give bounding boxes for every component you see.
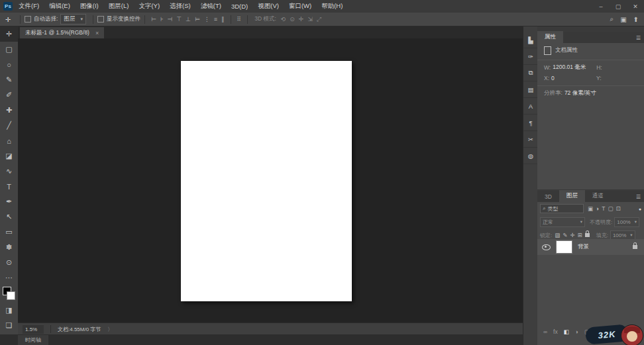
filter-type-layers-icon[interactable]: T [602,205,605,212]
lock-artboard-icon[interactable]: ⊞ [578,232,582,238]
align-right-edges-icon[interactable]: ⊣ [167,16,172,23]
3d-slide-icon[interactable]: ⇲ [307,16,313,23]
close-tab-icon[interactable]: × [95,30,99,36]
zoom-level-field[interactable]: 1.5% [23,325,44,334]
more-tools-button[interactable]: ⋯ [0,270,18,285]
brush-tool[interactable]: ╱ [0,118,18,133]
restore-button[interactable]: ▢ [610,3,627,10]
adjustment-layer-icon[interactable]: ◑ [575,328,578,335]
link-layers-icon[interactable]: ∞ [543,328,547,335]
lock-transparent-pixels-icon[interactable]: ▨ [555,232,560,238]
lock-all-icon[interactable] [585,233,590,237]
canvas[interactable] [181,61,352,301]
3d-drag-icon[interactable]: ✛ [299,16,304,23]
filter-smart-objects-icon[interactable]: ⊡ [616,205,620,212]
show-transform-checkbox[interactable] [97,16,104,23]
path-selection-tool[interactable]: ↖ [0,209,18,224]
healing-brush-tool[interactable]: ✚ [0,103,18,118]
clone-stamp-tool[interactable]: ⌂ [0,133,18,148]
layer-filter-dropdown[interactable]: ⌕ 类型 [540,204,584,213]
tab-properties[interactable]: 属性 [537,31,563,43]
menu-edit[interactable]: 编辑(E) [49,2,70,11]
eyedropper-tool[interactable]: ✐ [0,87,18,103]
filter-adjustment-layers-icon[interactable]: ◑ [596,205,599,212]
align-top-edges-icon[interactable]: ⊤ [176,16,182,23]
distribute-horizontal-icon[interactable]: ⋮ [204,16,210,23]
tab-timeline[interactable]: 时间轴 [18,335,48,345]
clone-source-panel-icon[interactable]: ⧉ [523,65,538,81]
panel-menu-icon[interactable]: ☰ [636,35,644,43]
brush-settings-panel-icon[interactable]: ✑ [523,48,538,65]
document-tab[interactable]: 未标题-1 @ 1.5%(RGB/8) × [20,27,104,38]
menu-type[interactable]: 文字(Y) [138,2,160,11]
zoom-tool[interactable]: ⊙ [0,255,18,270]
tab-channels[interactable]: 通道 [585,190,611,202]
type-tool[interactable]: T [0,179,18,194]
layer-name[interactable]: 背景 [578,243,589,251]
align-horizontal-centers-icon[interactable]: ⊦ [160,16,164,23]
3d-scale-icon[interactable]: ⤢ [317,16,321,23]
menu-file[interactable]: 文件(F) [19,2,39,11]
filter-shape-layers-icon[interactable]: ▢ [608,205,613,212]
menu-3d[interactable]: 3D(D) [231,3,248,10]
layer-visibility-eye-icon[interactable] [542,244,551,250]
menu-window[interactable]: 窗口(W) [289,2,311,11]
opacity-dropdown[interactable]: 100% ▾ [614,217,639,227]
workspace-switcher-icon[interactable]: ▣ [620,16,626,23]
character-styles-panel-icon[interactable]: ▤ [523,81,538,98]
auto-select-dropdown[interactable]: 图层 ▾ [60,14,86,25]
x-value[interactable]: 0 [551,75,596,81]
move-tool[interactable]: ✛ [0,26,18,42]
close-button[interactable]: ✕ [627,3,644,10]
filter-pixel-layers-icon[interactable]: ▣ [588,205,593,212]
character-panel-icon[interactable]: A [523,98,538,115]
status-chevron-icon[interactable]: 〉 [107,326,113,333]
menu-layer[interactable]: 图层(L) [109,2,129,11]
3d-roll-icon[interactable]: ⊙ [290,16,295,23]
histogram-panel-icon[interactable]: ▙ [523,32,538,48]
align-bottom-edges-icon[interactable]: ⊨ [195,16,200,23]
filter-toggle-icon[interactable]: ● [639,207,641,211]
rectangular-marquee-tool[interactable]: ▢ [0,42,18,57]
paragraph-panel-icon[interactable]: ¶ [523,115,538,131]
align-left-edges-icon[interactable]: ⊢ [151,16,156,23]
lock-image-pixels-icon[interactable]: ✎ [563,232,567,238]
layer-row-background[interactable]: 背景 [537,239,644,255]
quick-selection-tool[interactable]: ✎ [0,72,18,87]
tab-layers[interactable]: 图层 [559,190,585,202]
3d-rotate-icon[interactable]: ⟲ [281,16,286,23]
width-value[interactable]: 1200.01 毫米 [553,64,596,72]
menu-image[interactable]: 图像(I) [80,2,99,11]
layer-effects-icon[interactable]: fx [553,328,558,335]
adjustments-panel-icon[interactable]: ✂ [523,131,538,148]
screen-mode-button[interactable]: ❏ [0,318,18,333]
align-vertical-centers-icon[interactable]: ⊥ [186,16,191,23]
hand-tool[interactable]: ✽ [0,240,18,255]
layer-mask-icon[interactable]: ◧ [564,328,569,335]
lasso-tool[interactable]: ○ [0,57,18,72]
sync-panel-icon[interactable]: ◍ [523,148,538,164]
quick-mask-button[interactable]: ◨ [0,303,18,318]
tab-3d[interactable]: 3D [537,191,559,202]
panel-menu-icon[interactable]: ☰ [636,194,644,202]
search-icon[interactable]: ⌕ [610,15,614,23]
blend-mode-dropdown[interactable]: 正常 ▾ [540,217,585,227]
shape-tool[interactable]: ▭ [0,224,18,240]
lock-position-icon[interactable]: ✛ [570,232,574,238]
color-swatches[interactable] [0,285,18,303]
auto-select-checkbox[interactable] [25,16,31,23]
move-tool-icon[interactable]: ✛ [0,16,16,23]
distribute-vertical-icon[interactable]: ≡ [214,16,217,23]
menu-view[interactable]: 视图(V) [258,2,279,11]
distribute-spacing-icon[interactable]: ∥ [221,16,225,23]
distribute-grid-icon[interactable]: ⠿ [237,16,242,23]
smudge-tool[interactable]: ∿ [0,164,18,179]
menu-filter[interactable]: 滤镜(T) [201,2,221,11]
menu-select[interactable]: 选择(S) [170,2,191,11]
eraser-tool[interactable]: ◪ [0,148,18,164]
pen-tool[interactable]: ✒ [0,194,18,209]
menu-help[interactable]: 帮助(H) [321,2,343,11]
background-color-swatch[interactable] [7,291,15,300]
minimize-button[interactable]: – [592,3,610,10]
layer-thumbnail[interactable] [556,240,572,254]
